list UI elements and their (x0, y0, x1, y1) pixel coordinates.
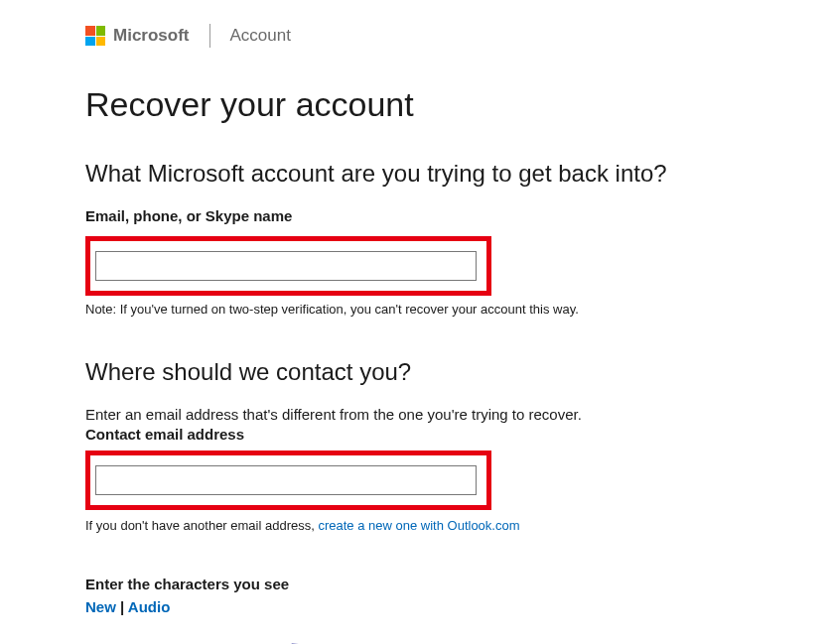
account-identifier-highlight (85, 236, 491, 296)
account-identifier-label: Email, phone, or Skype name (85, 207, 828, 224)
captcha-label: Enter the characters you see (85, 576, 828, 592)
contact-email-input[interactable] (95, 465, 477, 495)
create-outlook-link[interactable]: create a new one with Outlook.com (318, 518, 519, 533)
contact-email-highlight (85, 451, 491, 510)
svg-text:3: 3 (253, 637, 278, 644)
page-title: Recover your account (85, 85, 828, 124)
svg-text:X: X (195, 637, 218, 644)
two-step-note: Note: If you've turned on two-step verif… (85, 302, 828, 317)
header-section: Account (230, 26, 291, 46)
contact-email-label: Contact email address (85, 426, 828, 443)
account-identifier-input[interactable] (95, 251, 477, 281)
contact-heading: Where should we contact you? (85, 358, 828, 386)
captcha-audio-link[interactable]: Audio (128, 598, 171, 615)
captcha-image: X N 3 W (195, 635, 828, 644)
microsoft-logo-icon (85, 26, 105, 46)
header-brand: Microsoft (113, 26, 190, 46)
create-email-prefix: If you don't have another email address, (85, 518, 318, 533)
contact-instruction: Enter an email address that's different … (85, 406, 828, 423)
captcha-separator: | (116, 598, 128, 615)
account-question-heading: What Microsoft account are you trying to… (85, 160, 828, 188)
svg-text:N: N (220, 639, 243, 644)
header: Microsoft Account (85, 24, 828, 48)
captcha-new-link[interactable]: New (85, 598, 116, 615)
captcha-controls: New | Audio (85, 598, 828, 615)
svg-text:W: W (288, 636, 323, 644)
create-email-help: If you don't have another email address,… (85, 516, 828, 534)
header-divider (209, 24, 210, 48)
